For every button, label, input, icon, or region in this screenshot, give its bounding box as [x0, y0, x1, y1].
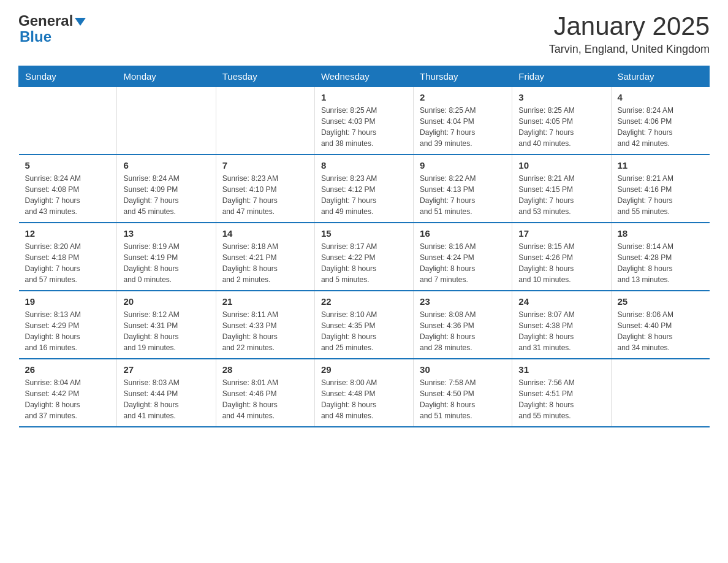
day-cell: 12Sunrise: 8:20 AM Sunset: 4:18 PM Dayli…: [19, 223, 117, 291]
day-info: Sunrise: 8:25 AM Sunset: 4:03 PM Dayligh…: [321, 105, 407, 149]
day-number: 16: [420, 228, 506, 239]
day-info: Sunrise: 8:07 AM Sunset: 4:38 PM Dayligh…: [518, 309, 604, 353]
calendar-body: 1Sunrise: 8:25 AM Sunset: 4:03 PM Daylig…: [19, 87, 710, 427]
day-cell: 19Sunrise: 8:13 AM Sunset: 4:29 PM Dayli…: [19, 291, 117, 359]
day-info: Sunrise: 8:23 AM Sunset: 4:10 PM Dayligh…: [222, 173, 308, 217]
day-cell: 13Sunrise: 8:19 AM Sunset: 4:19 PM Dayli…: [117, 223, 216, 291]
logo-blue-text: Blue: [20, 28, 51, 45]
day-cell: 14Sunrise: 8:18 AM Sunset: 4:21 PM Dayli…: [216, 223, 314, 291]
day-info: Sunrise: 8:17 AM Sunset: 4:22 PM Dayligh…: [321, 241, 407, 285]
day-info: Sunrise: 8:15 AM Sunset: 4:26 PM Dayligh…: [518, 241, 604, 285]
day-cell: 16Sunrise: 8:16 AM Sunset: 4:24 PM Dayli…: [414, 223, 512, 291]
weekday-header-saturday: Saturday: [611, 66, 710, 87]
day-number: 31: [518, 364, 604, 375]
day-info: Sunrise: 8:08 AM Sunset: 4:36 PM Dayligh…: [420, 309, 506, 353]
day-number: 19: [25, 296, 111, 307]
day-number: 21: [222, 296, 308, 307]
day-info: Sunrise: 8:21 AM Sunset: 4:15 PM Dayligh…: [518, 173, 604, 217]
day-info: Sunrise: 8:16 AM Sunset: 4:24 PM Dayligh…: [420, 241, 506, 285]
day-info: Sunrise: 8:24 AM Sunset: 4:06 PM Dayligh…: [618, 105, 703, 149]
weekday-header-friday: Friday: [512, 66, 611, 87]
day-cell: 25Sunrise: 8:06 AM Sunset: 4:40 PM Dayli…: [611, 291, 710, 359]
day-info: Sunrise: 8:24 AM Sunset: 4:08 PM Dayligh…: [25, 173, 111, 217]
title-area: January 2025 Tarvin, England, United Kin…: [549, 12, 710, 56]
day-info: Sunrise: 8:06 AM Sunset: 4:40 PM Dayligh…: [618, 309, 703, 353]
location: Tarvin, England, United Kingdom: [549, 43, 710, 56]
day-cell: 2Sunrise: 8:25 AM Sunset: 4:04 PM Daylig…: [414, 87, 512, 155]
day-cell: 21Sunrise: 8:11 AM Sunset: 4:33 PM Dayli…: [216, 291, 314, 359]
day-number: 1: [321, 92, 407, 102]
day-info: Sunrise: 8:19 AM Sunset: 4:19 PM Dayligh…: [123, 241, 209, 285]
day-number: 3: [518, 92, 604, 102]
calendar-table: SundayMondayTuesdayWednesdayThursdayFrid…: [18, 66, 710, 427]
weekday-header-tuesday: Tuesday: [216, 66, 314, 87]
month-title: January 2025: [549, 12, 710, 40]
day-number: 23: [420, 296, 506, 307]
day-number: 18: [618, 228, 703, 239]
day-number: 15: [321, 228, 407, 239]
day-cell: 8Sunrise: 8:23 AM Sunset: 4:12 PM Daylig…: [314, 155, 413, 223]
day-cell: 18Sunrise: 8:14 AM Sunset: 4:28 PM Dayli…: [611, 223, 710, 291]
week-row-4: 19Sunrise: 8:13 AM Sunset: 4:29 PM Dayli…: [19, 291, 710, 359]
day-cell: 29Sunrise: 8:00 AM Sunset: 4:48 PM Dayli…: [314, 359, 413, 427]
day-number: 10: [518, 160, 604, 170]
day-cell: 22Sunrise: 8:10 AM Sunset: 4:35 PM Dayli…: [314, 291, 413, 359]
day-cell: 3Sunrise: 8:25 AM Sunset: 4:05 PM Daylig…: [512, 87, 611, 155]
weekday-header-thursday: Thursday: [414, 66, 512, 87]
day-number: 9: [420, 160, 506, 170]
weekday-header-wednesday: Wednesday: [314, 66, 413, 87]
day-info: Sunrise: 8:23 AM Sunset: 4:12 PM Dayligh…: [321, 173, 407, 217]
day-cell: 30Sunrise: 7:58 AM Sunset: 4:50 PM Dayli…: [414, 359, 512, 427]
day-cell: 6Sunrise: 8:24 AM Sunset: 4:09 PM Daylig…: [117, 155, 216, 223]
day-info: Sunrise: 8:22 AM Sunset: 4:13 PM Dayligh…: [420, 173, 506, 217]
day-number: 13: [123, 228, 209, 239]
day-number: 20: [123, 296, 209, 307]
day-info: Sunrise: 8:24 AM Sunset: 4:09 PM Dayligh…: [123, 173, 209, 217]
day-cell: 5Sunrise: 8:24 AM Sunset: 4:08 PM Daylig…: [19, 155, 117, 223]
weekday-header-row: SundayMondayTuesdayWednesdayThursdayFrid…: [19, 66, 710, 87]
day-number: 29: [321, 364, 407, 375]
day-number: 17: [518, 228, 604, 239]
page-header: General Blue January 2025 Tarvin, Englan…: [18, 12, 710, 56]
day-cell: 27Sunrise: 8:03 AM Sunset: 4:44 PM Dayli…: [117, 359, 216, 427]
day-cell: [216, 87, 314, 155]
day-cell: 20Sunrise: 8:12 AM Sunset: 4:31 PM Dayli…: [117, 291, 216, 359]
day-number: 6: [123, 160, 209, 170]
week-row-5: 26Sunrise: 8:04 AM Sunset: 4:42 PM Dayli…: [19, 359, 710, 427]
day-info: Sunrise: 8:01 AM Sunset: 4:46 PM Dayligh…: [222, 377, 308, 421]
day-number: 28: [222, 364, 308, 375]
day-number: 25: [618, 296, 703, 307]
day-info: Sunrise: 8:00 AM Sunset: 4:48 PM Dayligh…: [321, 377, 407, 421]
logo-general-text: General: [18, 12, 73, 29]
week-row-2: 5Sunrise: 8:24 AM Sunset: 4:08 PM Daylig…: [19, 155, 710, 223]
day-cell: 4Sunrise: 8:24 AM Sunset: 4:06 PM Daylig…: [611, 87, 710, 155]
day-cell: 28Sunrise: 8:01 AM Sunset: 4:46 PM Dayli…: [216, 359, 314, 427]
logo: General Blue: [18, 12, 86, 45]
day-cell: [19, 87, 117, 155]
day-cell: 9Sunrise: 8:22 AM Sunset: 4:13 PM Daylig…: [414, 155, 512, 223]
day-cell: 23Sunrise: 8:08 AM Sunset: 4:36 PM Dayli…: [414, 291, 512, 359]
day-info: Sunrise: 8:18 AM Sunset: 4:21 PM Dayligh…: [222, 241, 308, 285]
day-info: Sunrise: 8:12 AM Sunset: 4:31 PM Dayligh…: [123, 309, 209, 353]
day-number: 5: [25, 160, 111, 170]
day-info: Sunrise: 8:13 AM Sunset: 4:29 PM Dayligh…: [25, 309, 111, 353]
day-cell: 1Sunrise: 8:25 AM Sunset: 4:03 PM Daylig…: [314, 87, 413, 155]
logo-arrow-icon: [75, 18, 86, 26]
day-cell: 10Sunrise: 8:21 AM Sunset: 4:15 PM Dayli…: [512, 155, 611, 223]
day-number: 7: [222, 160, 308, 170]
weekday-header-monday: Monday: [117, 66, 216, 87]
day-info: Sunrise: 8:10 AM Sunset: 4:35 PM Dayligh…: [321, 309, 407, 353]
day-cell: 7Sunrise: 8:23 AM Sunset: 4:10 PM Daylig…: [216, 155, 314, 223]
week-row-3: 12Sunrise: 8:20 AM Sunset: 4:18 PM Dayli…: [19, 223, 710, 291]
day-cell: [611, 359, 710, 427]
day-info: Sunrise: 8:04 AM Sunset: 4:42 PM Dayligh…: [25, 377, 111, 421]
day-number: 22: [321, 296, 407, 307]
weekday-header-sunday: Sunday: [19, 66, 117, 87]
day-number: 30: [420, 364, 506, 375]
day-number: 4: [618, 92, 703, 102]
day-info: Sunrise: 8:20 AM Sunset: 4:18 PM Dayligh…: [25, 241, 111, 285]
day-number: 11: [618, 160, 703, 170]
day-info: Sunrise: 8:21 AM Sunset: 4:16 PM Dayligh…: [618, 173, 703, 217]
day-cell: 15Sunrise: 8:17 AM Sunset: 4:22 PM Dayli…: [314, 223, 413, 291]
day-info: Sunrise: 8:03 AM Sunset: 4:44 PM Dayligh…: [123, 377, 209, 421]
